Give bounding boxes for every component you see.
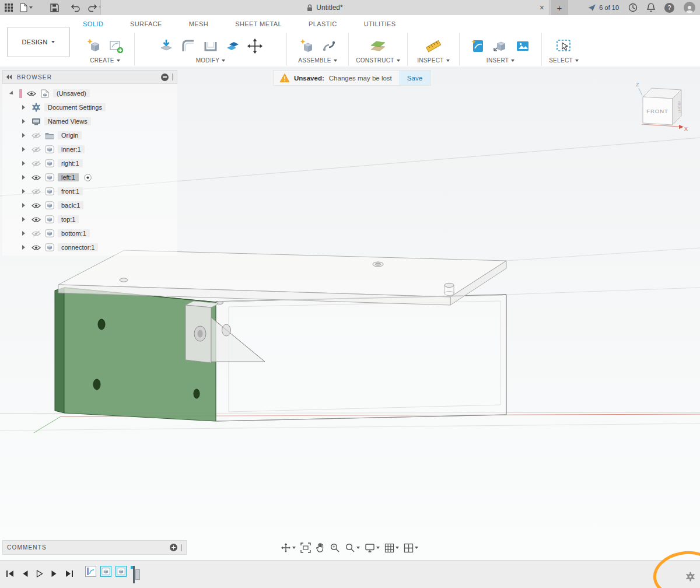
browser-item-label[interactable]: bottom:1: [58, 229, 90, 237]
expand-caret-icon[interactable]: [22, 245, 25, 250]
visibility-eye-icon[interactable]: [31, 216, 41, 223]
skip-to-start-icon[interactable]: [6, 570, 14, 578]
expand-caret-icon[interactable]: [22, 189, 25, 194]
visibility-eye-off-icon[interactable]: [31, 146, 41, 153]
browser-item-label[interactable]: Origin: [58, 131, 82, 139]
pan-tool[interactable]: [316, 542, 325, 553]
expand-caret-icon[interactable]: [22, 217, 25, 222]
timeline-feature-component-1[interactable]: [100, 566, 111, 577]
undo-icon[interactable]: [71, 4, 80, 12]
insert-canvas-icon[interactable]: [514, 38, 531, 54]
tab-mesh[interactable]: MESH: [189, 20, 208, 27]
zoom-window-tool[interactable]: [345, 542, 360, 553]
visibility-eye-off-icon[interactable]: [31, 132, 41, 139]
new-tab-button[interactable]: +: [551, 0, 568, 15]
move-copy-icon[interactable]: [247, 38, 263, 54]
visibility-eye-off-icon[interactable]: [31, 230, 41, 237]
zoom-tool[interactable]: [330, 542, 340, 553]
expand-caret-icon[interactable]: [22, 105, 25, 110]
visibility-eye-off-icon[interactable]: [31, 160, 41, 167]
combine-icon[interactable]: [225, 38, 241, 54]
visibility-eye-icon[interactable]: [26, 90, 37, 97]
browser-item-label[interactable]: front:1: [58, 187, 83, 195]
expand-caret-icon[interactable]: [22, 203, 25, 208]
visibility-eye-off-icon[interactable]: [31, 188, 41, 195]
select-icon[interactable]: [555, 38, 573, 54]
save-icon[interactable]: [50, 4, 59, 12]
comments-panel[interactable]: COMMENTS: [2, 540, 187, 555]
browser-item-document-settings[interactable]: Document Settings: [2, 100, 177, 114]
fillet-icon[interactable]: [180, 38, 197, 54]
expand-caret-icon[interactable]: [22, 119, 25, 124]
timeline-feature-sketch[interactable]: [85, 566, 96, 577]
add-comment-icon[interactable]: [170, 544, 177, 551]
play-icon[interactable]: [36, 570, 43, 578]
document-tab[interactable]: Untitled* ×: [100, 0, 550, 15]
assemble-dropdown[interactable]: ASSEMBLE: [298, 57, 337, 64]
joint-icon[interactable]: [321, 38, 337, 54]
fit-view-tool[interactable]: [300, 542, 311, 553]
tab-utilities[interactable]: UTILITIES: [364, 20, 396, 27]
insert-svg-icon[interactable]: [470, 38, 487, 54]
browser-item-named-views[interactable]: Named Views: [2, 114, 177, 128]
bell-icon[interactable]: [647, 3, 655, 12]
collapse-panel-icon[interactable]: [6, 75, 12, 79]
browser-item-label[interactable]: right:1: [58, 159, 83, 167]
panel-minimize-icon[interactable]: [161, 74, 169, 81]
tab-surface[interactable]: SURFACE: [130, 20, 162, 27]
step-back-icon[interactable]: [22, 570, 29, 578]
browser-item-label[interactable]: (Unsaved): [53, 89, 90, 97]
expand-caret-icon[interactable]: [22, 147, 25, 152]
browser-item-label[interactable]: back:1: [58, 201, 83, 209]
orbit-tool[interactable]: [281, 542, 296, 553]
browser-item-label[interactable]: inner:1: [58, 145, 85, 153]
expand-caret-icon[interactable]: [9, 90, 15, 96]
browser-scrollbar[interactable]: [172, 74, 173, 80]
browser-item-front[interactable]: front:1: [2, 184, 177, 198]
inspect-dropdown[interactable]: INSPECT: [417, 57, 449, 64]
activate-component-radio[interactable]: [83, 173, 92, 182]
expand-caret-icon[interactable]: [22, 161, 25, 166]
browser-item-bottom[interactable]: bottom:1: [2, 226, 177, 240]
skip-to-end-icon[interactable]: [65, 570, 74, 578]
insert-dropdown[interactable]: INSERT: [487, 57, 514, 64]
close-tab-icon[interactable]: ×: [540, 0, 544, 15]
new-component-icon[interactable]: [86, 38, 102, 54]
expand-caret-icon[interactable]: [22, 175, 25, 180]
grid-settings-tool[interactable]: [384, 543, 399, 553]
tab-solid[interactable]: SOLID: [83, 20, 103, 27]
browser-item-label[interactable]: connector:1: [58, 243, 98, 251]
display-settings-tool[interactable]: [365, 543, 380, 553]
measure-icon[interactable]: [425, 38, 442, 54]
view-cube[interactable]: Z FRONT RIGHT X: [632, 79, 691, 135]
insert-derive-icon[interactable]: [492, 38, 509, 54]
step-forward-icon[interactable]: [51, 570, 58, 578]
timeline-playhead[interactable]: [133, 566, 140, 583]
assemble-new-component-icon[interactable]: [299, 38, 315, 54]
app-grid-icon[interactable]: [5, 4, 13, 12]
browser-item-label[interactable]: top:1: [58, 215, 79, 223]
workspace-switcher[interactable]: DESIGN: [7, 27, 70, 57]
browser-item-left[interactable]: left:1: [2, 170, 177, 184]
visibility-eye-icon[interactable]: [31, 174, 41, 181]
browser-item-top[interactable]: top:1: [2, 212, 177, 226]
avatar[interactable]: [684, 2, 695, 13]
file-menu-icon[interactable]: [20, 3, 33, 12]
browser-item-label[interactable]: Named Views: [44, 117, 91, 125]
shell-icon[interactable]: [202, 38, 219, 54]
browser-header[interactable]: BROWSER: [2, 70, 177, 84]
browser-item-label[interactable]: Document Settings: [44, 103, 106, 111]
browser-item-right[interactable]: right:1: [2, 156, 177, 170]
expand-caret-icon[interactable]: [22, 133, 25, 138]
browser-item-label[interactable]: left:1: [58, 173, 79, 181]
viewports-tool[interactable]: [404, 543, 418, 553]
browser-item-origin[interactable]: Origin: [2, 128, 177, 142]
create-dropdown[interactable]: CREATE: [90, 57, 120, 64]
visibility-eye-icon[interactable]: [31, 202, 41, 209]
help-icon[interactable]: ?: [664, 3, 674, 13]
create-sketch-icon[interactable]: [108, 38, 124, 54]
browser-item-connector[interactable]: connector:1: [2, 240, 177, 254]
tab-plastic[interactable]: PLASTIC: [309, 20, 337, 27]
modify-dropdown[interactable]: MODIFY: [196, 57, 226, 64]
comments-scrollbar[interactable]: [181, 544, 182, 551]
